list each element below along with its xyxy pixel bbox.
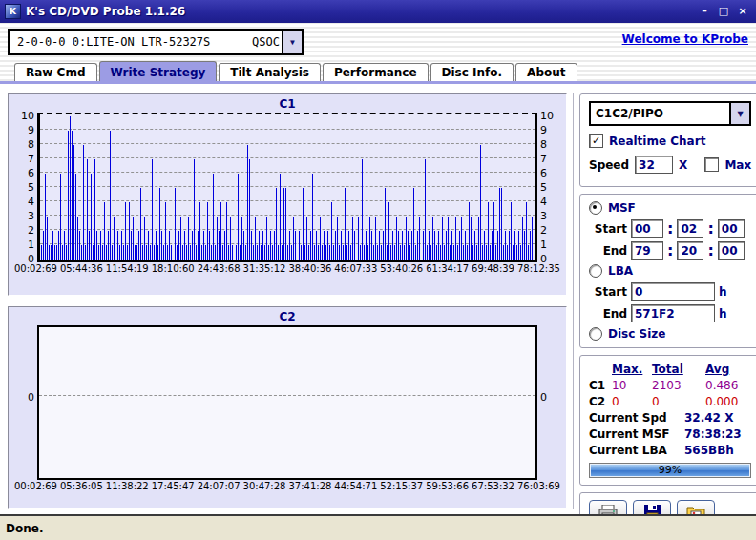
x-tick-label: 18:10:60 [152, 263, 195, 278]
progress-text: 99% [590, 464, 750, 477]
c1-bar [224, 231, 225, 260]
y-tick-label: 4 [540, 196, 547, 208]
c1-bar [341, 231, 342, 260]
c1-bar [255, 217, 256, 260]
tab-performance[interactable]: Performance [323, 63, 429, 81]
speed-input[interactable] [635, 156, 673, 174]
c1-bar [326, 245, 326, 260]
c1-bar [438, 231, 439, 260]
c1-bar [499, 188, 500, 260]
c1-bar [85, 245, 86, 260]
lba-end-input[interactable] [631, 304, 715, 322]
msf-end-label: End [589, 244, 627, 258]
chevron-down-icon[interactable]: ▼ [729, 103, 749, 124]
c1-bar [448, 217, 449, 260]
x-tick-label: 30:47:28 [243, 481, 286, 495]
c2-y-axis-left: 0 [12, 325, 37, 480]
c1-bar [509, 231, 510, 260]
tab-disc-info[interactable]: Disc Info. [430, 63, 514, 81]
chevron-down-icon[interactable]: ▼ [282, 31, 302, 53]
x-tick-label: 05:44:36 [60, 263, 103, 278]
c1-bar [385, 188, 386, 260]
lba-start-input[interactable] [631, 282, 715, 301]
c1-bar [528, 245, 529, 260]
tab-raw-cmd[interactable]: Raw Cmd [14, 63, 97, 81]
y-tick-label: 10 [540, 110, 554, 122]
c1-bar [396, 217, 397, 260]
msf-end-sec-input[interactable] [677, 241, 704, 260]
app-window: K K's CD/DVD Probe 1.1.26 – □ × 2-0-0-0 … [0, 0, 756, 540]
c1-bar [100, 231, 101, 260]
c1-bar [511, 202, 512, 260]
msf-end-min-input[interactable] [631, 241, 663, 260]
c1-bar [125, 202, 126, 260]
y-tick-label: 2 [28, 224, 34, 237]
c1-bar [306, 217, 307, 260]
c1-bar [79, 231, 80, 260]
current-stat-row: Current LBA565BBh [589, 444, 751, 457]
c1-bar [425, 159, 426, 260]
c1-bar [270, 231, 271, 260]
drive-selector-value: 2-0-0-0 0:LITE-ON LTR-52327S [10, 35, 252, 49]
c1-bar [532, 217, 533, 260]
c1-bar [310, 231, 311, 260]
c1-bar [333, 245, 334, 260]
realtime-chart-checkbox[interactable]: ✓ [589, 134, 603, 148]
c1-bar [467, 245, 468, 260]
gridline [39, 395, 536, 396]
c1-bar [282, 245, 283, 260]
drive-selector[interactable]: 2-0-0-0 0:LITE-ON LTR-52327S QSOC ▼ [8, 29, 304, 55]
minimize-icon[interactable]: – [696, 4, 713, 19]
c1-bar [432, 217, 433, 260]
disc-size-radio[interactable] [589, 327, 602, 341]
current-stat-label: Current Spd [589, 411, 684, 425]
x-tick-label: 78:12:35 [517, 263, 560, 278]
c1-bar [211, 245, 212, 260]
tab-about[interactable]: About [515, 63, 577, 81]
c1-bar [469, 202, 470, 260]
welcome-link[interactable]: Welcome to KProbe [622, 32, 748, 46]
c1-bar [47, 217, 48, 260]
y-tick-label: 6 [540, 167, 547, 179]
close-icon[interactable]: × [734, 4, 751, 19]
c1-bar [41, 245, 42, 260]
c1-bar [476, 245, 477, 260]
msf-start-sec-input[interactable] [677, 219, 704, 238]
msf-radio[interactable] [589, 201, 602, 215]
lba-radio[interactable] [589, 264, 602, 278]
c1-bar [339, 245, 340, 260]
tab-strip: Raw CmdWrite StrategyTilt AnalysisPerfor… [0, 59, 756, 84]
c1-bar [324, 231, 325, 260]
c1-bar [459, 231, 460, 260]
tab-tilt-analysis[interactable]: Tilt Analysis [219, 63, 321, 81]
c1-bar [259, 231, 260, 260]
c1-bar [503, 245, 504, 260]
max-speed-checkbox[interactable] [704, 157, 719, 172]
c2-chart-title: C2 [12, 310, 562, 325]
c1-bar [480, 145, 481, 260]
mode-dropdown[interactable]: C1C2/PIPO ▼ [589, 101, 751, 126]
y-tick-label: 0 [28, 253, 34, 265]
c1-bar [274, 231, 275, 260]
c1-bar [427, 245, 428, 260]
c1-bar [291, 245, 292, 260]
c1-bar [366, 231, 367, 260]
c1-bar [331, 202, 332, 260]
c1-bar [152, 159, 153, 260]
y-tick-label: 8 [540, 138, 547, 151]
msf-start-frame-input[interactable] [718, 219, 745, 238]
msf-end-frame-input[interactable] [718, 241, 745, 260]
c1-bar [417, 231, 418, 260]
c1-bar [87, 159, 88, 260]
tab-write-strategy[interactable]: Write Strategy [99, 61, 218, 81]
x-tick-label: 67:53:32 [472, 481, 514, 495]
c1-bar [77, 217, 78, 260]
maximize-icon[interactable]: □ [715, 4, 732, 19]
c1-bar [236, 245, 237, 260]
c1-bar [177, 245, 178, 260]
c1-bar [207, 202, 208, 260]
c1-bar [440, 245, 441, 260]
c1-bar [68, 131, 69, 260]
msf-start-min-input[interactable] [631, 219, 663, 238]
c1-bar [240, 245, 241, 260]
